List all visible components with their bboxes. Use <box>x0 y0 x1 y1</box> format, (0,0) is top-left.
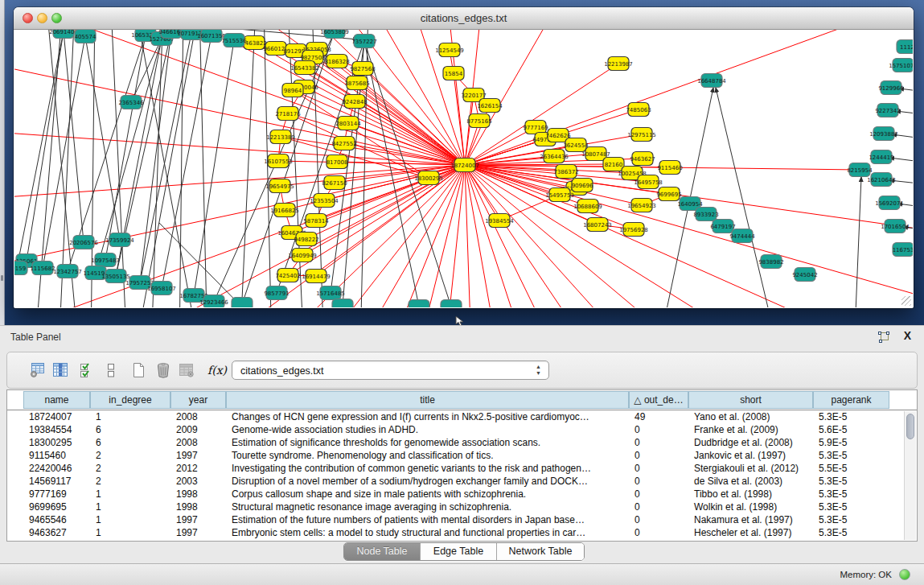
table-row[interactable]: 969969511998Structural magnetic resonanc… <box>7 501 896 514</box>
graph-node[interactable]: 16914479 <box>302 270 331 283</box>
graph-node[interactable]: 116753 <box>893 243 913 257</box>
graph-node[interactable]: 20206576 <box>69 236 98 249</box>
graph-node[interactable]: 12093882 <box>869 127 898 141</box>
graph-node[interactable]: 16958107 <box>147 282 176 295</box>
graph-node[interactable]: 8186328 <box>324 55 349 68</box>
graph-node[interactable]: 15854 <box>443 67 464 80</box>
graph-node[interactable]: 12923466 <box>199 295 228 308</box>
graph-node[interactable]: 1626154 <box>477 99 503 113</box>
graph-node[interactable]: 9245042 <box>792 268 817 282</box>
graph-node[interactable]: 16543382 <box>290 61 319 75</box>
graph-node[interactable] <box>232 298 253 308</box>
graph-node[interactable]: 8267150 <box>322 176 347 190</box>
graph-node[interactable]: 12353504 <box>310 194 339 208</box>
graph-node[interactable]: 8775165 <box>466 114 491 128</box>
graph-node[interactable]: 2718176 <box>275 107 301 121</box>
graph-edge-red[interactable] <box>14 30 465 165</box>
graph-node[interactable]: 9129966 <box>878 81 904 95</box>
graph-node[interactable]: 17359924 <box>105 233 134 247</box>
graph-node[interactable]: 16053809 <box>320 30 349 39</box>
graph-node[interactable]: 12213987 <box>604 57 633 71</box>
graph-node[interactable]: 9838982 <box>758 255 783 269</box>
graph-node[interactable]: 15692071 <box>875 196 904 210</box>
graph-edge-red[interactable] <box>14 30 465 165</box>
tab-network-table[interactable]: Network Table <box>497 543 584 560</box>
float-panel-icon[interactable] <box>877 331 890 344</box>
graph-edge-black[interactable] <box>135 30 199 307</box>
graph-edge-black[interactable] <box>194 40 234 295</box>
graph-node[interactable]: 8215954 <box>847 163 873 177</box>
graph-node[interactable]: 7357227 <box>351 35 376 48</box>
graph-node[interactable]: 15751074 <box>889 59 913 72</box>
scrollbar-thumb[interactable] <box>906 414 914 439</box>
function-builder-button[interactable]: f(x) <box>207 361 228 381</box>
graph-node[interactable]: 16495758 <box>634 175 663 189</box>
deselect-rows-button[interactable] <box>101 361 121 381</box>
graph-node[interactable]: 26364436 <box>540 150 569 163</box>
graph-node[interactable]: 909696 <box>572 179 593 192</box>
graph-node[interactable]: 98964 <box>282 84 303 97</box>
column-header-in_degree[interactable]: in_degree <box>90 391 170 409</box>
graph-node[interactable]: 9857791 <box>264 286 289 300</box>
graph-node[interactable]: 15716485 <box>316 286 345 300</box>
graph-node[interactable]: 817008 <box>326 155 348 169</box>
graph-edge-red[interactable] <box>14 30 465 165</box>
graph-edge-black[interactable] <box>151 30 163 307</box>
graph-edge-red[interactable] <box>14 30 465 165</box>
graph-node[interactable]: 8933923 <box>693 208 718 221</box>
network-svg[interactable]: 1872400718300295193845549777169649756874… <box>14 30 913 307</box>
graph-node[interactable]: 17016504 <box>881 220 910 233</box>
table-row[interactable]: 2242004622012Investigating the contribut… <box>7 463 896 476</box>
graph-edge-red[interactable] <box>304 87 465 165</box>
delete-table-button[interactable] <box>176 361 197 381</box>
graph-edge-black[interactable] <box>140 33 191 282</box>
graph-node[interactable]: 3875685 <box>344 76 369 90</box>
graph-node[interactable]: 2365346 <box>118 96 144 109</box>
graph-edge-red[interactable] <box>14 30 465 165</box>
graph-edge-red[interactable] <box>465 30 913 165</box>
graph-node[interactable]: 10688609 <box>573 200 602 213</box>
graph-node[interactable]: 11254549 <box>435 43 464 57</box>
graph-edge-red[interactable] <box>465 30 913 165</box>
graph-node[interactable]: 18724007 <box>450 159 479 172</box>
graph-edge-red[interactable] <box>14 30 465 165</box>
graph-node[interactable]: 19654975 <box>265 179 294 193</box>
graph-node[interactable]: 9227342 <box>875 104 900 117</box>
graph-node[interactable]: 7425402 <box>275 269 300 282</box>
column-header-pagerank[interactable]: pagerank <box>813 391 889 409</box>
column-header-year[interactable]: year <box>170 391 226 409</box>
tab-edge-table[interactable]: Edge Table <box>421 543 497 560</box>
graph-node[interactable]: 16210643 <box>867 173 896 187</box>
graph-edge-red[interactable] <box>465 154 596 165</box>
graph-edge-black[interactable] <box>199 30 207 307</box>
graph-node[interactable]: 12342757 <box>53 265 82 278</box>
table-vertical-scrollbar[interactable] <box>904 411 916 540</box>
window-titlebar[interactable]: citations_edges.txt <box>14 7 914 30</box>
graph-node[interactable]: 18300295 <box>414 171 443 185</box>
graph-node[interactable]: 12975115 <box>627 128 656 142</box>
tab-node-table[interactable]: Node Table <box>344 543 421 560</box>
graph-node[interactable]: 1115682 <box>30 262 55 275</box>
column-header-title[interactable]: title <box>226 391 629 409</box>
graph-node[interactable]: 39159 <box>14 262 27 275</box>
graph-node[interactable]: 7515536 <box>221 34 247 47</box>
graph-edge-black[interactable] <box>135 30 199 307</box>
graph-node[interactable]: 7386372 <box>553 165 578 179</box>
close-panel-icon[interactable]: X <box>904 329 911 342</box>
control-panel-collapsed-strip[interactable] <box>0 0 5 325</box>
table-row[interactable]: 1872400712008Changes of HCN gene express… <box>7 411 896 424</box>
table-row[interactable]: 977716911998Corpus callosum shape and si… <box>7 488 896 501</box>
table-row[interactable]: 946554611997Estimation of the future num… <box>7 514 896 527</box>
table-row[interactable]: 946362711997Embryonic stem cells: a mode… <box>7 527 896 540</box>
graph-node[interactable] <box>441 300 462 308</box>
graph-node[interactable] <box>332 299 353 308</box>
select-all-rows-button[interactable] <box>76 361 97 381</box>
graph-node[interactable]: 19166825 <box>270 204 299 217</box>
graph-node[interactable]: 7485063 <box>626 103 651 117</box>
delete-rows-button[interactable] <box>153 361 174 381</box>
graph-node[interactable]: 16648784 <box>697 74 726 88</box>
graph-node[interactable]: 16807243 <box>583 218 612 232</box>
column-header-name[interactable]: name <box>23 391 90 409</box>
graph-edge-black[interactable] <box>854 177 861 307</box>
network-canvas[interactable]: 1872400718300295193845549777169649756874… <box>14 30 913 307</box>
